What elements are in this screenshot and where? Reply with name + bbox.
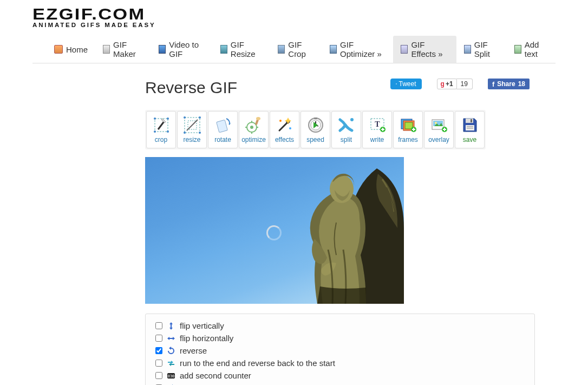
tool-write[interactable]: T write: [362, 111, 392, 148]
tool-speed[interactable]: speed: [300, 111, 330, 148]
svg-point-21: [350, 118, 354, 121]
tool-label: overlay: [428, 136, 449, 143]
option-label: reverse: [180, 346, 207, 355]
gif-preview: [145, 157, 404, 304]
save-icon: [461, 116, 479, 134]
crop-icon: [278, 45, 285, 54]
facebook-share-button[interactable]: f Share 18: [488, 79, 530, 89]
nav-gif-optimizer[interactable]: GIF Optimizer »: [322, 36, 393, 63]
svg-point-9: [184, 132, 186, 134]
nav-label: GIF Resize: [231, 40, 263, 58]
svg-text:T: T: [375, 120, 380, 128]
tool-toolbar: crop resize rotate optimize: [145, 110, 486, 149]
svg-point-7: [184, 116, 186, 119]
fb-label: Share: [497, 80, 515, 88]
tool-label: crop: [155, 136, 167, 143]
nav-gif-crop[interactable]: GIF Crop: [270, 36, 322, 63]
svg-point-10: [199, 132, 201, 134]
tool-split[interactable]: split: [331, 111, 361, 148]
svg-point-4: [167, 130, 169, 133]
nav-gif-resize[interactable]: GIF Resize: [213, 36, 270, 63]
resize-icon: [184, 116, 201, 134]
facebook-icon: f: [492, 80, 494, 88]
effects-icon: [401, 45, 408, 54]
checkbox-add-second-counter[interactable]: [155, 372, 162, 379]
tool-label: optimize: [241, 136, 266, 143]
option-reverse: reverse: [155, 344, 525, 357]
crop-icon: [153, 116, 170, 134]
tool-crop[interactable]: crop: [146, 111, 176, 148]
option-flip-horizontally: flip horizontally: [155, 332, 525, 344]
nav-gif-effects[interactable]: GIF Effects »: [393, 36, 456, 63]
option-loop-count: change the number of times to play (loop…: [155, 382, 525, 385]
svg-point-3: [154, 130, 156, 133]
effects-icon: [276, 116, 293, 134]
tool-label: speed: [306, 136, 324, 143]
twitter-share-button[interactable]: Tweet: [390, 79, 422, 89]
main-nav: Home GIF Maker Video to GIF GIF Resize G…: [32, 36, 556, 63]
split-icon: [464, 45, 471, 54]
speed-icon: [307, 116, 324, 134]
tool-label: split: [341, 136, 352, 143]
tool-overlay[interactable]: overlay: [424, 111, 454, 148]
option-flip-vertically: flip vertically: [155, 319, 525, 332]
social-buttons: Tweet g +1 19 f Share 18: [390, 79, 530, 89]
tool-label: rotate: [214, 136, 231, 143]
home-icon: [54, 45, 63, 54]
nav-label: Home: [66, 45, 88, 54]
tool-label: effects: [275, 136, 294, 143]
tool-resize[interactable]: resize: [177, 111, 207, 148]
tool-optimize[interactable]: optimize: [239, 111, 269, 148]
nav-label: GIF Crop: [288, 40, 315, 58]
svg-rect-20: [314, 118, 317, 119]
svg-point-31: [435, 122, 437, 124]
option-label: flip vertically: [180, 321, 224, 330]
nav-label: GIF Split: [474, 40, 499, 58]
svg-point-2: [167, 118, 169, 120]
nav-add-text[interactable]: Add text: [507, 36, 556, 63]
tool-frames[interactable]: frames: [393, 111, 423, 148]
run-reverse-icon: [167, 359, 175, 368]
reverse-icon: [167, 347, 175, 355]
optimize-icon: [245, 116, 263, 134]
tool-label: resize: [183, 136, 200, 143]
write-icon: T: [369, 116, 386, 134]
checkbox-flip-horizontally[interactable]: [155, 335, 162, 342]
nav-gif-maker[interactable]: GIF Maker: [95, 36, 151, 63]
checkbox-reverse[interactable]: [155, 347, 162, 354]
google-plus-button[interactable]: g +1 19: [437, 79, 473, 89]
option-add-second-counter: 030 add second counter: [155, 369, 525, 382]
overlay-icon: [430, 116, 448, 134]
optimizer-icon: [330, 45, 337, 54]
nav-gif-split[interactable]: GIF Split: [456, 36, 507, 63]
checkbox-flip-vertically[interactable]: [155, 322, 162, 329]
nav-label: GIF Maker: [113, 40, 143, 58]
svg-text:030: 030: [168, 374, 175, 379]
rotate-icon: [214, 116, 232, 134]
svg-rect-34: [471, 119, 472, 122]
svg-rect-36: [467, 126, 473, 127]
fb-count: 18: [518, 80, 525, 88]
video-icon: [159, 45, 166, 54]
tool-rotate[interactable]: rotate: [208, 111, 238, 148]
page-title: Reverse GIF: [145, 79, 237, 97]
nav-label: GIF Optimizer »: [340, 40, 386, 58]
tool-label: frames: [398, 136, 418, 143]
tool-effects[interactable]: effects: [270, 111, 299, 148]
svg-rect-11: [216, 120, 227, 132]
tweet-label: Tweet: [399, 80, 416, 88]
nav-video-to-gif[interactable]: Video to GIF: [151, 36, 213, 63]
option-run-reverse-back: run to the end and reverse back to the s…: [155, 357, 525, 369]
svg-rect-37: [467, 128, 473, 129]
checkbox-run-reverse-back[interactable]: [155, 360, 162, 367]
tool-save[interactable]: save: [455, 111, 485, 148]
flip-horizontal-icon: [167, 334, 175, 343]
site-logo[interactable]: EZGIF.COM ANIMATED GIFS MADE EASY: [32, 0, 556, 28]
option-label: add second counter: [180, 371, 251, 380]
svg-point-17: [289, 127, 291, 129]
nav-label: GIF Effects »: [411, 40, 448, 58]
nav-home[interactable]: Home: [47, 36, 95, 63]
gplus-count: 19: [456, 79, 473, 89]
option-label: run to the end and reverse back to the s…: [180, 358, 335, 368]
split-icon: [338, 116, 355, 134]
